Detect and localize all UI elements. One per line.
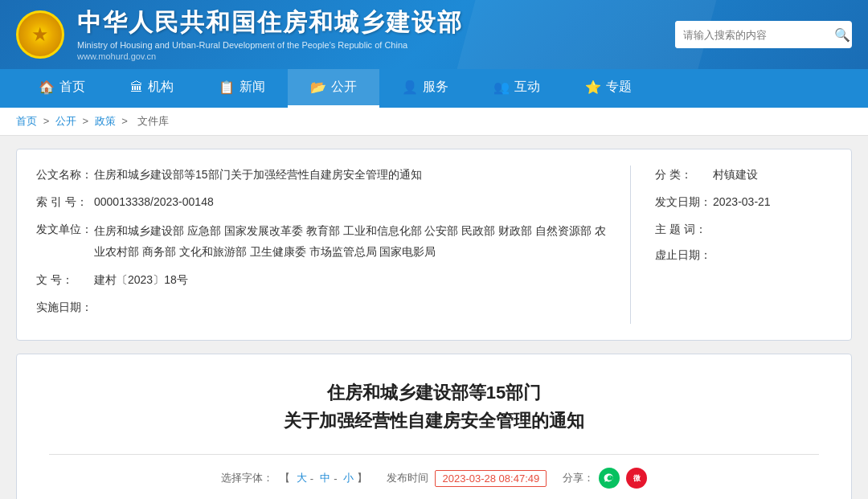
doc-title-line1: 住房和城乡建设部等15部门 [49, 378, 819, 407]
font-separator2: - [334, 472, 337, 485]
header-title-block: 中华人民共和国住房和城乡建设部 Ministry of Housing and … [77, 8, 463, 61]
share-section: 分享： 微 [563, 468, 647, 489]
nav-item-open[interactable]: 📂 公开 [288, 69, 379, 108]
logo-emblem [16, 10, 64, 59]
home-icon: 🏠 [39, 80, 55, 95]
nav-item-service[interactable]: 👤 服务 [379, 69, 471, 108]
index-value: 000013338/2023-00148 [94, 193, 606, 212]
font-small-link[interactable]: 小 [343, 471, 354, 485]
main: 公文名称： 住房和城乡建设部等15部门关于加强经营性自建房安全管理的通知 索 引… [0, 136, 868, 499]
impl-date-row: 实施日期： [36, 298, 606, 316]
category-value: 村镇建设 [713, 166, 832, 185]
news-icon: 📋 [219, 80, 235, 95]
topic-label: 主 题 词： [655, 220, 713, 238]
share-icons: 微 [599, 468, 647, 489]
header-search[interactable]: 🔍 [675, 21, 852, 48]
publish-info: 发布时间 2023-03-28 08:47:49 [387, 470, 547, 487]
header-left: 中华人民共和国住房和城乡建设部 Ministry of Housing and … [16, 8, 463, 61]
expire-row: 虚止日期： [655, 246, 832, 264]
breadcrumb-current: 文件库 [137, 115, 169, 127]
doc-meta: 选择字体： 【 大 - 中 - 小 】 发布时间 2023-03-28 08:4… [49, 454, 819, 489]
font-medium-link[interactable]: 中 [320, 471, 330, 485]
doc-title: 住房和城乡建设部等15部门 关于加强经营性自建房安全管理的通知 [49, 378, 819, 435]
font-size-bracket-open: 【 [280, 471, 290, 485]
font-size-bracket-close: 】 [357, 471, 367, 485]
search-button[interactable]: 🔍 [826, 27, 852, 43]
institution-icon: 🏛 [130, 80, 143, 95]
font-size-selector: 选择字体： 【 大 - 中 - 小 】 [221, 471, 371, 485]
wechat-share-button[interactable] [599, 468, 620, 489]
nav-item-news[interactable]: 📋 新闻 [196, 69, 288, 108]
breadcrumb-open[interactable]: 公开 [55, 115, 76, 127]
breadcrumb-sep3: > [121, 115, 130, 127]
expire-label: 虚止日期： [655, 246, 713, 264]
weibo-share-button[interactable]: 微 [626, 468, 647, 489]
nav-label-service: 服务 [423, 79, 448, 96]
doc-number-label: 文 号： [36, 271, 94, 288]
doc-title-value: 住房和城乡建设部等15部门关于加强经营性自建房安全管理的通知 [94, 166, 606, 185]
breadcrumb-sep1: > [43, 115, 52, 127]
nav: 🏠 首页 🏛 机构 📋 新闻 📂 公开 👤 服务 👥 互动 ⭐ 专题 [0, 69, 868, 108]
font-large-link[interactable]: 大 [297, 471, 307, 485]
nav-label-open: 公开 [331, 79, 357, 96]
nav-label-home: 首页 [59, 79, 85, 96]
interact-icon: 👥 [493, 80, 510, 95]
publish-time-box: 2023-03-28 08:47:49 [435, 470, 547, 487]
header: 中华人民共和国住房和城乡建设部 Ministry of Housing and … [0, 0, 868, 69]
nav-item-interact[interactable]: 👥 互动 [471, 69, 563, 108]
breadcrumb-sep2: > [82, 115, 91, 127]
nav-label-interact: 互动 [514, 79, 540, 96]
nav-label-special: 专题 [606, 79, 632, 96]
doc-title-line2: 关于加强经营性自建房安全管理的通知 [49, 407, 819, 435]
nav-label-institution: 机构 [148, 79, 174, 96]
header-title-cn: 中华人民共和国住房和城乡建设部 [77, 8, 463, 37]
issuer-label: 发文单位： [36, 220, 94, 238]
issuer-value: 住房和城乡建设部 应急部 国家发展改革委 教育部 工业和信息化部 公安部 民政部… [94, 220, 606, 263]
doc-title-row: 公文名称： 住房和城乡建设部等15部门关于加强经营性自建房安全管理的通知 [36, 166, 606, 185]
category-label: 分 类： [655, 166, 713, 183]
open-icon: 📂 [310, 80, 326, 95]
service-icon: 👤 [402, 80, 418, 95]
nav-item-special[interactable]: ⭐ 专题 [563, 69, 654, 108]
font-size-label: 选择字体： [221, 471, 273, 485]
header-website: www.mohurd.gov.cn [77, 51, 463, 61]
info-card: 公文名称： 住房和城乡建设部等15部门关于加强经营性自建房安全管理的通知 索 引… [16, 149, 852, 341]
issue-date-label: 发文日期： [655, 193, 713, 211]
doc-number-value: 建村〔2023〕18号 [94, 271, 606, 290]
info-divider [630, 166, 631, 324]
nav-item-institution[interactable]: 🏛 机构 [108, 69, 196, 108]
special-icon: ⭐ [585, 80, 601, 95]
breadcrumb-policy[interactable]: 政策 [95, 115, 116, 127]
topic-row: 主 题 词： [655, 220, 832, 238]
share-label: 分享： [563, 471, 594, 485]
impl-date-label: 实施日期： [36, 298, 94, 316]
font-separator1: - [310, 472, 313, 485]
info-left: 公文名称： 住房和城乡建设部等15部门关于加强经营性自建房安全管理的通知 索 引… [36, 166, 606, 324]
category-row: 分 类： 村镇建设 [655, 166, 832, 185]
breadcrumb: 首页 > 公开 > 政策 > 文件库 [0, 108, 868, 136]
publish-label: 发布时间 [387, 471, 428, 485]
doc-card: 住房和城乡建设部等15部门 关于加强经营性自建房安全管理的通知 选择字体： 【 … [16, 354, 852, 499]
index-row: 索 引 号： 000013338/2023-00148 [36, 193, 606, 212]
doc-number-row: 文 号： 建村〔2023〕18号 [36, 271, 606, 290]
index-label: 索 引 号： [36, 193, 94, 211]
doc-title-label: 公文名称： [36, 166, 94, 183]
search-input[interactable] [675, 21, 826, 48]
header-title-en: Ministry of Housing and Urban-Rural Deve… [77, 40, 463, 50]
issuer-row: 发文单位： 住房和城乡建设部 应急部 国家发展改革委 教育部 工业和信息化部 公… [36, 220, 606, 263]
info-right: 分 类： 村镇建设 发文日期： 2023-03-21 主 题 词： 虚止日期： [655, 166, 832, 324]
nav-label-news: 新闻 [240, 79, 265, 96]
issue-date-row: 发文日期： 2023-03-21 [655, 193, 832, 212]
breadcrumb-home[interactable]: 首页 [16, 115, 37, 127]
nav-item-home[interactable]: 🏠 首页 [16, 69, 108, 108]
issue-date-value: 2023-03-21 [713, 193, 832, 212]
publish-time: 2023-03-28 08:47:49 [442, 472, 539, 485]
